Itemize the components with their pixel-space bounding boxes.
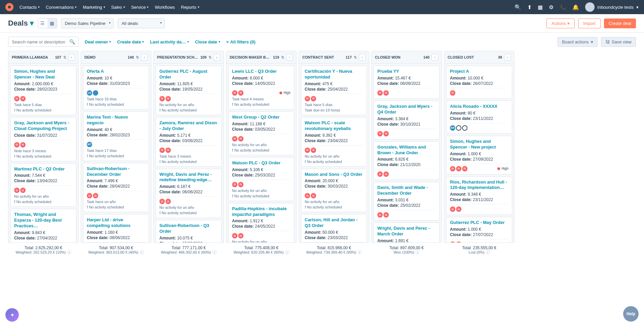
save-view-button[interactable]: 🖫Save view [601, 37, 636, 47]
all-filters-button[interactable]: ≡All filters (0) [226, 39, 256, 44]
deal-card[interactable]: Certificación Y - Nueva oportunidadAmoun… [301, 66, 367, 115]
avatar-icon: G [14, 188, 20, 193]
deal-card[interactable]: Project AAmount: 10.000 €Close date: 26/… [446, 66, 512, 99]
create-deal-button[interactable]: Create deal [604, 19, 636, 28]
calling-icon[interactable]: 📞 [560, 4, 566, 10]
deal-card[interactable]: Gutierrez PLC - May OrderAmount: 1.000 €… [446, 217, 512, 242]
collapse-button[interactable]: ‹ [141, 54, 148, 61]
info-icon[interactable]: i [358, 250, 362, 254]
sort-icon[interactable]: ⇅ [281, 55, 284, 60]
info-icon[interactable]: i [213, 250, 217, 254]
board-view-button[interactable]: ▦ [47, 19, 57, 28]
deal-card[interactable]: Prueba YYAmount: 15.467 €Close date: 06/… [374, 66, 440, 99]
avatar-icon: MT [87, 142, 92, 147]
deal-card[interactable]: Gray, Jackson and Myers - Cloud Computin… [10, 117, 76, 161]
pipeline-select[interactable]: Demo Sales Pipeline [61, 19, 114, 28]
deal-card[interactable]: Padilla-Hopkins - incubate impactful par… [228, 203, 294, 242]
nav-item-conversations[interactable]: Conversations▾ [46, 5, 77, 10]
collapse-button[interactable]: ‹ [286, 54, 293, 61]
deal-card[interactable]: Watson PLC - Q3 OrderAmount: 5.106 €Clos… [228, 157, 294, 201]
sort-icon[interactable]: ⇅ [209, 55, 212, 60]
nav-item-workflows[interactable]: Workflows [155, 5, 175, 10]
caret-down-icon: ▾ [567, 21, 570, 26]
nav-item-reports[interactable]: Reports▾ [181, 5, 199, 10]
deal-card[interactable]: Simon, Hughes and Spencer - New projectA… [446, 136, 512, 174]
page-header: Deals ▾ ☰ ▦ Demo Sales Pipeline All deal… [0, 14, 644, 33]
deal-card[interactable]: Simon, Hughes and Spencer - New DealAmou… [10, 66, 76, 115]
nav-item-marketing[interactable]: Marketing▾ [83, 5, 105, 10]
sort-icon[interactable]: ⇅ [63, 55, 66, 60]
deal-card[interactable]: West Group - Q2 OrderAmount: 11.188 €Clo… [228, 111, 294, 155]
search-input[interactable] [12, 39, 69, 44]
deal-card[interactable]: Harper Ltd - drive compelling solutionsA… [83, 214, 149, 242]
deal-card[interactable]: Wright, Davis and Perez - redefine bleed… [156, 169, 222, 218]
page-title-dropdown[interactable]: Deals ▾ [8, 19, 34, 28]
deal-card[interactable]: Watson PLC - scale revolutionary eyeball… [301, 117, 367, 167]
deal-amount: Amount: 1.000 € [450, 227, 508, 232]
collapse-button[interactable]: ‹ [214, 54, 220, 61]
deal-close-date: Close date: 25/04/2022 [305, 87, 363, 92]
collapse-button[interactable]: ‹ [68, 54, 75, 61]
deal-card[interactable]: Marina Test - Nuevo negocioAmount: 40 €C… [83, 111, 149, 161]
activity-meta: Task hace 5 días [305, 103, 363, 107]
sort-icon[interactable]: ⇅ [354, 55, 357, 60]
view-toggle: ☰ ▦ [38, 18, 57, 28]
close-date-filter[interactable]: Close date▾ [195, 39, 220, 44]
deal-card[interactable]: Davis, Smith and Wade - December OrderAm… [374, 182, 440, 221]
deal-close-date: Close date: 23/11/2022 [450, 116, 508, 121]
weighted-value: Won (100%) i [371, 250, 442, 254]
column-body: Certificación Y - Nueva oportunidadAmoun… [299, 64, 369, 242]
nav-item-contacts[interactable]: Contacts▾ [20, 5, 40, 10]
search-icon[interactable]: 🔍 [515, 4, 521, 10]
collapse-button[interactable]: ‹ [504, 54, 511, 61]
avatar-icon: G [20, 188, 26, 193]
notifications-icon[interactable]: 🔔 [572, 4, 579, 10]
hubspot-logo-icon[interactable] [5, 3, 13, 11]
list-view-button[interactable]: ☰ [38, 19, 47, 28]
deal-card[interactable]: Martinez PLC - Q2 OrderAmount: 7.544 €Cl… [10, 163, 76, 207]
deal-amount: Amount: 80 € [450, 111, 508, 116]
deal-card[interactable]: Lewis LLC - Q3 OrderAmount: 8.000 €Close… [228, 66, 294, 109]
deal-card[interactable]: Gray, Jackson and Myers - Q4 OrderAmount… [374, 101, 440, 139]
actions-button[interactable]: Actions▾ [546, 19, 575, 28]
upgrade-icon[interactable]: ⬆ [527, 4, 532, 10]
deal-card[interactable]: Gutierrez PLC - August OrderAmount: 11.6… [156, 66, 222, 115]
deal-card[interactable]: Sullivan-Robertson - Q3 OrderAmount: 10.… [156, 220, 222, 242]
collapse-button[interactable]: ‹ [431, 54, 438, 61]
settings-icon[interactable]: ⚙ [549, 4, 554, 10]
create-date-filter[interactable]: Create date▾ [117, 39, 144, 44]
info-icon[interactable]: i [415, 250, 419, 254]
deal-owner-filter[interactable]: Deal owner▾ [85, 39, 111, 44]
info-icon[interactable]: i [140, 250, 144, 254]
deal-card[interactable]: Zamora, Ramirez and Dixon - July OrderAm… [156, 117, 222, 167]
deal-filter-select[interactable]: All deals [118, 19, 165, 28]
info-icon[interactable]: i [67, 250, 71, 254]
deal-card[interactable]: Mason and Sons - Q3 OrderAmount: 20.000 … [301, 169, 367, 212]
info-icon[interactable]: i [285, 250, 289, 254]
deal-card[interactable]: Thomas, Wright and Esparza - 120-day Bes… [10, 209, 76, 242]
account-menu[interactable]: Inboundcycle tests ▾ [585, 2, 639, 12]
deal-card[interactable]: Carlson, Hill and Jordan - Q3 OrderAmoun… [301, 214, 367, 242]
collapse-button[interactable]: ‹ [359, 54, 366, 61]
board-actions-button[interactable]: Board actions▾ [558, 37, 598, 47]
deal-title: Watson PLC - Q3 Order [232, 160, 291, 166]
deal-card[interactable]: Sullivan-Robertson - December OrderAmoun… [83, 163, 149, 212]
deal-amount: Amount: 3.384 € [377, 117, 436, 121]
search-icon[interactable]: 🔍 [69, 39, 75, 44]
deal-card[interactable]: Oferta AAmount: 10 €Close date: 31/03/20… [83, 66, 149, 109]
nav-item-sales[interactable]: Sales▾ [111, 5, 125, 10]
deal-card[interactable]: Alicia Rosado - XXXXXAmount: 80 €Close d… [446, 101, 512, 134]
deal-card[interactable]: Rios, Richardson and Hull - 120-day Impl… [446, 176, 512, 215]
weighted-value: Weighted: 734.369,40 € (90%) i [299, 250, 369, 254]
avatar-row: GGHigh [232, 90, 291, 96]
info-icon[interactable]: i [486, 250, 490, 254]
sort-icon[interactable]: ⇅ [136, 55, 139, 60]
last-activity-filter[interactable]: Last activity da…▾ [150, 39, 189, 44]
deal-card[interactable]: Gonzales, Williams and Brown - June Orde… [374, 141, 440, 180]
import-button[interactable]: Import [578, 19, 601, 28]
nav-item-service[interactable]: Service▾ [131, 5, 149, 10]
avatar-row: GG [159, 199, 218, 204]
filter-bar: 🔍 Deal owner▾ Create date▾ Last activity… [0, 33, 644, 51]
marketplace-icon[interactable]: ▦ [538, 4, 543, 10]
deal-card[interactable]: Wright, Davis and Perez - March OrderAmo… [374, 223, 440, 242]
